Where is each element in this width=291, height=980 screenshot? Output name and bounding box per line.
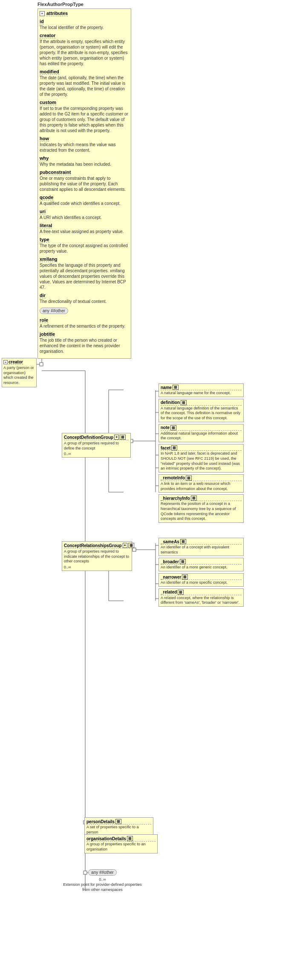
person-details-expand[interactable]: ⊞ [115, 819, 121, 824]
cdg-name-item: name ⊞ A natural language name for the c… [158, 383, 244, 397]
attr-pubconstraint-desc: One or many constraints that apply to pu… [40, 176, 129, 192]
cdg-name: ConceptDefinitionGroup + ⊞ [64, 435, 129, 440]
attr-custom-desc: If set to true the corresponding propert… [40, 106, 129, 133]
org-details-expand[interactable]: ⊞ [127, 836, 133, 841]
attributes-header: + attributes [40, 11, 129, 16]
attr-jobtitle-desc: The job title of the person who created … [40, 337, 129, 354]
attr-uri: uri A URI which identifies a concept. [40, 209, 129, 220]
attr-dir-desc: The directionality of textual content. [40, 299, 129, 304]
person-details-box: personDetails ⊞ A set of properties spec… [84, 817, 153, 836]
cdg-expand2[interactable]: ⊞ [120, 435, 126, 440]
attr-role: role A refinement of the semantics of th… [40, 317, 129, 329]
attributes-label: attributes [46, 11, 68, 16]
broader-expand[interactable]: ⊞ [180, 559, 186, 564]
cdg-expand[interactable]: + [114, 435, 119, 440]
note-expand[interactable]: ⊞ [170, 425, 176, 430]
attr-qcode-name: qcode [40, 195, 53, 200]
cdg-note-desc: Additional natural language information … [161, 431, 242, 441]
attr-xmllang-desc: Specifies the language of this property … [40, 262, 129, 290]
attr-type-name: type [40, 237, 49, 242]
creator-left-desc: A party (person or organisation) which c… [3, 366, 35, 386]
crg-broader-desc: An identifier of a more generic concept. [161, 565, 242, 570]
expand-icon[interactable]: + [40, 11, 45, 16]
attr-modified-name: modified [40, 69, 59, 75]
attr-dir: dir The directionality of textual conten… [40, 293, 129, 304]
attr-modified-desc: The date (and, optionally, the time) whe… [40, 75, 129, 97]
cdg-remoteinfo-item: _remoteInfo ⊞ A link to an item or a web… [158, 474, 244, 493]
related-expand[interactable]: ⊞ [178, 590, 184, 595]
cdg-note-item-name: note ⊞ [161, 425, 242, 431]
concept-relationships-group-box: ConceptRelationshipsGroup + ⊞ A group of… [62, 541, 132, 571]
org-details-box: organisationDetails ⊞ A group of propert… [84, 834, 158, 853]
crg-broader-item: _broader ⊞ An identifier of a more gener… [158, 558, 244, 571]
any-other-bottom-badge: any ##other [88, 869, 117, 876]
cdg-remoteinfo-item-name: _remoteInfo ⊞ [161, 476, 242, 481]
creator-left-box: + creator A party (person or organisatio… [2, 358, 37, 387]
any-other-badge: any ##other [40, 308, 68, 314]
cdg-note-item: note ⊞ Additional natural language infor… [158, 424, 244, 442]
cdg-hierarchyinfo-item: _hierarchyInfo ⊞ Represents the position… [158, 494, 244, 523]
crg-narrower-desc: An identifier of a more specific concept… [161, 580, 242, 585]
org-details-desc: A group of properties specific to an org… [86, 842, 156, 852]
definition-expand[interactable]: ⊞ [181, 400, 187, 405]
person-details-name: personDetails ⊞ [86, 819, 151, 824]
name-expand[interactable]: ⊞ [173, 385, 179, 390]
cdg-facet-item-name: facet ⊞ [161, 445, 242, 451]
attr-custom-name: custom [40, 100, 56, 105]
attr-how-desc: Indicates by which means the value was e… [40, 142, 129, 153]
attr-why: why Why the metadata has been included. [40, 156, 129, 167]
cdg-hierarchyinfo-desc: Represents the position of a concept in … [161, 502, 242, 522]
attr-pubconstraint-name: pubconstraint [40, 170, 71, 175]
crg-narrower-name: _narrower ⊞ [161, 574, 242, 580]
attr-literal-desc: A free-text value assigned as property v… [40, 229, 129, 234]
crg-sameas-item: _sameAs ⊞ An identifier of a concept wit… [158, 538, 244, 556]
attr-how: how Indicates by which means the value w… [40, 136, 129, 153]
crg-name: ConceptRelationshipsGroup + ⊞ [64, 543, 130, 548]
crg-narrower-item: _narrower ⊞ An identifier of a more spec… [158, 573, 244, 587]
attr-type: type The type of the concept assigned as… [40, 237, 129, 254]
attr-creator-name: creator [40, 33, 55, 38]
cdg-mult: 0..∞ [64, 452, 129, 456]
attr-qcode-desc: A qualified code which identifies a conc… [40, 201, 129, 206]
any-other-bottom-box: any ##other 0..∞ Extension point for pro… [63, 868, 142, 892]
crg-sameas-name: _sameAs ⊞ [161, 539, 242, 545]
cdg-name-desc: A natural language name for the concept. [161, 391, 242, 396]
svg-rect-32 [133, 548, 136, 551]
narrower-expand[interactable]: ⊞ [182, 574, 188, 579]
attr-pubconstraint: pubconstraint One or many constraints th… [40, 170, 129, 192]
cdg-facet-item: facet ⊞ In NAR 1.8 and later, facet is d… [158, 444, 244, 473]
attr-id-desc: The local identifier of the property. [40, 25, 129, 30]
svg-rect-2 [40, 363, 43, 366]
attr-creator: creator If the attribute is empty, speci… [40, 33, 129, 66]
attr-xmllang: xmllang Specifies the language of this p… [40, 257, 129, 290]
attr-xmllang-name: xmllang [40, 257, 58, 262]
any-other-bottom-mult: 0..∞ [63, 877, 142, 882]
person-details-desc: A set of properties specific to a person [86, 825, 151, 835]
attr-role-desc: A refinement of the semantics of the pro… [40, 323, 129, 329]
crg-expand2[interactable]: ⊞ [128, 543, 134, 548]
crg-expand[interactable]: + [123, 543, 127, 548]
hierarchyinfo-expand[interactable]: ⊞ [191, 496, 197, 501]
crg-desc: A group of properties required to indica… [64, 549, 130, 564]
diagram-container: FlexAuthorPropType + attributes id The l… [0, 0, 291, 980]
any-other-bottom-desc: Extension point for provider-defined pro… [63, 882, 142, 892]
crg-related-name: _related ⊞ [161, 590, 242, 595]
attr-why-desc: Why the metadata has been included. [40, 161, 129, 167]
attr-any-other: any ##other [40, 307, 129, 315]
cdg-desc: A group of properties required to define… [64, 441, 129, 451]
creator-expand-icon[interactable]: + [3, 360, 8, 364]
facet-expand[interactable]: ⊞ [171, 445, 177, 450]
cdg-name-item-name: name ⊞ [161, 385, 242, 390]
crg-sameas-desc: An identifier of a concept with equivale… [161, 545, 242, 555]
attr-uri-desc: A URI which identifies a concept. [40, 215, 129, 220]
attributes-box: + attributes id The local identifier of … [37, 9, 131, 359]
attr-type-desc: The type of the concept assigned as cont… [40, 243, 129, 254]
cdg-definition-item: definition ⊞ A natural language definiti… [158, 399, 244, 422]
crg-related-desc: A related concept, where the relationshi… [161, 596, 242, 605]
remoteinfo-expand[interactable]: ⊞ [186, 476, 192, 481]
sameas-expand[interactable]: ⊞ [180, 539, 186, 544]
org-details-name: organisationDetails ⊞ [86, 836, 156, 842]
attr-role-name: role [40, 317, 48, 323]
attr-literal-name: literal [40, 223, 52, 228]
attr-id-name: id [40, 19, 44, 24]
